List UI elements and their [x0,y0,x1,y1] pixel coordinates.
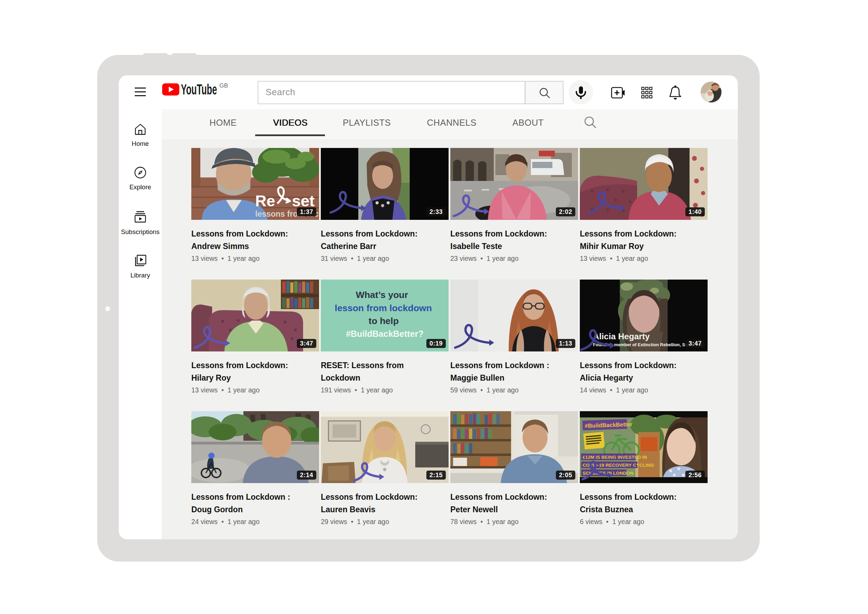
svg-text:YouTube: YouTube [181,83,217,98]
svg-text:Re: Re [255,192,275,210]
svg-text:Alicia Hegarty: Alicia Hegarty [593,332,650,341]
svg-text:COVID-19 RECOVERY CYCLING: COVID-19 RECOVERY CYCLING [583,463,654,468]
svg-text:GB: GB [219,83,228,89]
svg-text:to help: to help [369,316,399,326]
svg-text:lesson from lockdown: lesson from lockdown [335,303,432,313]
svg-text:£12M IS BEING INVESTED IN: £12M IS BEING INVESTED IN [583,454,647,460]
svg-text:What’s your: What’s your [356,290,408,300]
svg-text:#BuildBackBetter?: #BuildBackBetter? [346,329,423,339]
